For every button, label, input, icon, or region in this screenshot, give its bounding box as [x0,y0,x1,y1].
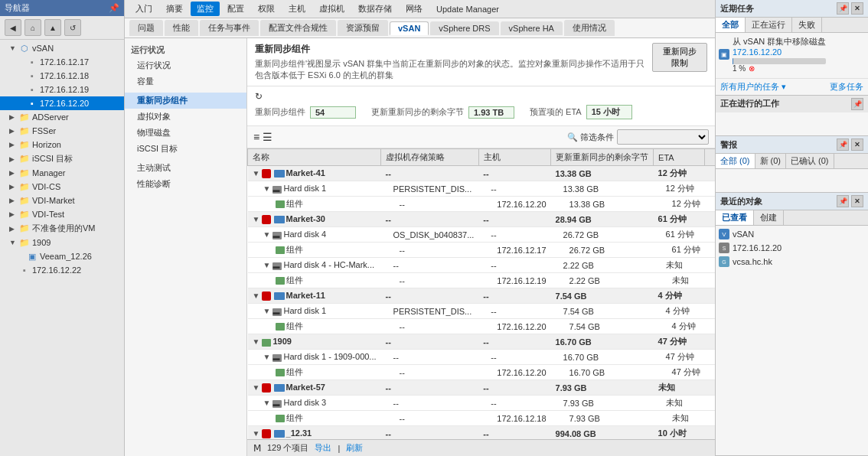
col-host[interactable]: 主机 [478,149,550,166]
table-row[interactable]: ▼ Market-30 -- -- 28.94 GB 61 分钟 [248,212,716,227]
recent-obj-tab-viewed[interactable]: 已查看 [716,210,754,225]
sidebar-item-host1[interactable]: ▪ 172.16.12.17 [0,55,124,69]
topnav-datastores[interactable]: 数据存储 [352,2,398,16]
cancel-icon-1[interactable]: ⊗ [749,64,755,73]
panel-item-perfdiag[interactable]: 性能诊断 [125,176,246,192]
table-row[interactable]: 组件 -- 172.16.12.19 2.22 GB 未知 重 [248,273,716,288]
table-row[interactable]: 组件 -- 172.16.12.17 26.72 GB 61 分钟 取 [248,243,716,258]
sidebar-nav-up[interactable]: ▲ [44,19,61,36]
table-row[interactable]: ▼ _12.31 -- -- 994.08 GB 10 小时 [248,426,716,440]
sidebar-nav-refresh[interactable]: ↺ [64,19,81,36]
tab-tasks[interactable]: 任务与事件 [200,20,259,36]
panel-close-alerts[interactable]: ✕ [851,138,863,151]
sidebar-item-vdi-market[interactable]: ▶ 📁 VDI-Market [0,194,124,207]
table-row[interactable]: ▼ ▬Hard disk 1 PERSISTENT_DIS... -- 7.54… [248,304,716,319]
expand-arrow-vsan[interactable]: ▼ [9,44,17,52]
sidebar-item-host2[interactable]: ▪ 172.16.12.18 [0,69,124,83]
panel-pin-alerts[interactable]: 📌 [837,138,849,151]
expand-arrow-vdi-cs[interactable]: ▶ [9,183,17,191]
expand-arrow-horizon[interactable]: ▶ [9,141,17,148]
expand-arrow[interactable]: ▼ [263,353,271,361]
tab-perf[interactable]: 性能 [165,20,198,36]
sidebar-item-adserver[interactable]: ▶ 📁 ADServer [0,110,124,124]
sidebar-nav-back[interactable]: ◀ [5,19,21,36]
tab-resources[interactable]: 资源预留 [338,20,388,36]
panel-item-probetest[interactable]: 主动测试 [125,160,246,176]
panel-item-resync[interactable]: 重新同步组件 [125,93,246,109]
topnav-update[interactable]: Update Manager [430,3,505,15]
cell-action[interactable]: 重 [705,319,715,334]
panel-item-vobj[interactable]: 虚拟对象 [125,109,246,125]
expand-arrow[interactable]: ▼ [263,184,271,193]
col-bytes[interactable]: 更新重新同步的剩余字节 [551,149,654,166]
expand-arrow[interactable]: ▼ [253,429,260,438]
expand-arrow-vdi-test[interactable]: ▶ [9,210,17,218]
cell-action[interactable]: 重 [705,365,715,380]
table-row[interactable]: ▼ Market-57 -- -- 7.93 GB 未知 [248,380,716,396]
table-row[interactable]: ▼ Market-41 -- -- 13.38 GB 12 分钟 [248,166,716,181]
table-row[interactable]: ▼ 1909 -- -- 16.70 GB 47 分钟 [248,334,716,350]
expand-arrow[interactable]: ▼ [253,215,260,223]
alert-tab-all[interactable]: 全部 (0) [716,154,755,168]
col-name[interactable]: 名称 [248,149,381,166]
table-scroll[interactable]: 名称 虚拟机存储策略 主机 更新重新同步的剩余字节 ETA ▼ [247,148,715,439]
expand-arrow[interactable]: ▼ [253,383,260,392]
panel-item-pdisk[interactable]: 物理磁盘 [125,125,246,141]
expand-arrow-1909[interactable]: ▼ [9,239,17,246]
expand-arrow-vdi-market[interactable]: ▶ [9,197,17,204]
sidebar-item-vdi-cs[interactable]: ▶ 📁 VDI-CS [0,180,124,194]
expand-arrow[interactable]: ▼ [263,230,271,239]
topnav-hosts[interactable]: 主机 [282,2,312,16]
table-row[interactable]: ▼ ▬Hard disk 4 OS_DISK_b040837... -- 26.… [248,227,716,243]
alert-tab-new[interactable]: 新 (0) [755,154,787,168]
col-eta[interactable]: ETA [654,149,705,166]
expand-arrow-adserver[interactable]: ▶ [9,113,17,121]
refresh-link[interactable]: 刷新 [346,442,363,454]
table-row[interactable]: 组件 -- 172.16.12.18 7.93 GB 未知 重 [248,411,716,426]
panel-close-objects[interactable]: ✕ [851,195,863,207]
more-tasks-link[interactable]: 更多任务 [830,81,863,93]
refresh-icon[interactable]: ↻ [255,91,263,102]
sidebar-item-vsan[interactable]: ▼ ⬡ vSAN [0,41,124,55]
table-row[interactable]: ▼ ▬Hard disk 4 - HC-Mark... -- -- 2.22 G… [248,258,716,273]
alert-tab-confirmed[interactable]: 已确认 (0) [786,154,834,168]
tab-usage[interactable]: 使用情况 [564,20,615,36]
topnav-summary[interactable]: 摘要 [160,2,189,16]
filter-select[interactable] [617,129,709,145]
topnav-config[interactable]: 配置 [221,2,250,16]
expand-arrow[interactable]: ▼ [253,169,260,178]
topnav-perms[interactable]: 权限 [252,2,281,16]
expand-arrow-fsser[interactable]: ▶ [9,127,17,135]
table-row[interactable]: 组件 -- 172.16.12.20 13.38 GB 12 分钟 取 [248,197,716,212]
expand-arrow[interactable]: ▼ [263,307,271,315]
sidebar-item-nouse[interactable]: ▶ 📁 不准备使用的VM [0,221,124,236]
tab-drs[interactable]: vSphere DRS [430,21,498,35]
reset-button[interactable]: 重新同步限制 [652,43,707,72]
cell-action[interactable]: 重 [705,273,715,288]
panel-pin-running[interactable]: 📌 [851,98,863,110]
sidebar-item-manager[interactable]: ▶ 📁 Manager [0,166,124,180]
tab-ha[interactable]: vSphere HA [501,21,563,35]
recent-obj-host[interactable]: S 172.16.12.20 [719,243,865,253]
table-row[interactable]: ▼ ▬Hard disk 3 -- -- 7.93 GB 未知 [248,396,716,411]
sidebar-item-vdi-test[interactable]: ▶ 📁 VDI-Test [0,207,124,221]
panel-item-health[interactable]: 运行状况 [125,57,246,73]
panel-item-iscsi[interactable]: iSCSI 目标 [125,141,246,157]
col-storage[interactable]: 虚拟机存储策略 [381,149,479,166]
tab-issues[interactable]: 问题 [129,20,163,36]
sidebar-nav-home[interactable]: ⌂ [24,19,41,36]
sidebar-item-host3[interactable]: ▪ 172.16.12.19 [0,83,124,96]
expand-arrow-iscsi[interactable]: ▶ [9,155,17,163]
sidebar-item-fsser[interactable]: ▶ 📁 FSSer [0,124,124,138]
export-link[interactable]: 导出 [315,442,331,454]
table-row[interactable]: ▼ ▬Hard disk 1 - 1909-000... -- -- 16.70… [248,350,716,365]
topnav-vms[interactable]: 虚拟机 [313,2,351,16]
sidebar-item-1909[interactable]: ▼ 📁 1909 [0,236,124,249]
task-tab-all[interactable]: 全部 [716,18,746,32]
expand-arrow[interactable]: ▼ [253,292,260,300]
cell-action[interactable]: 取 [705,197,715,212]
panel-close-tasks[interactable]: ✕ [851,2,863,15]
expand-arrow-nouse[interactable]: ▶ [9,225,17,233]
task-tab-failed[interactable]: 失败 [792,18,822,32]
topnav-network[interactable]: 网络 [400,2,429,16]
